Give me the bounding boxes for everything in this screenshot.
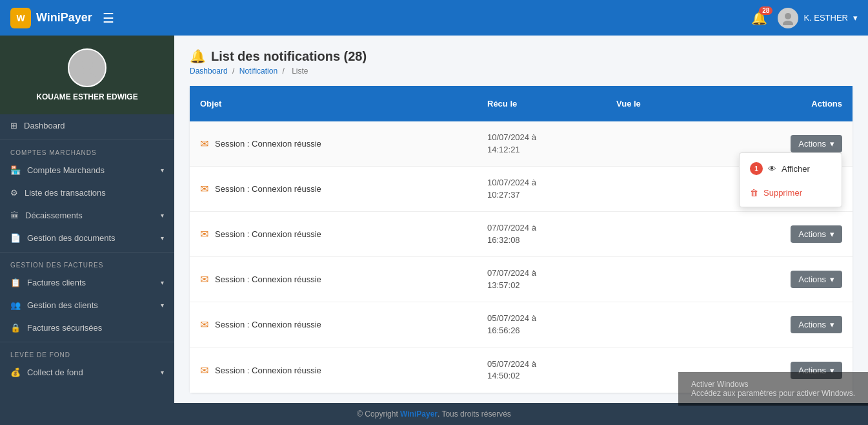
row5-date: 05/07/2024 à16:56:26 — [487, 307, 616, 341]
clients-label: Gestion des clients — [27, 300, 98, 310]
sidebar-item-factures-securisees[interactable]: 🔒 Factures sécurisées — [0, 316, 174, 339]
row3-subject-text: Session : Connexion réussie — [215, 229, 321, 239]
table-row: ✉ Session : Connexion réussie 07/07/2024… — [190, 212, 853, 257]
row5-actions-caret: ▾ — [830, 320, 834, 329]
collect-icon: 💰 — [10, 368, 21, 377]
svg-point-3 — [78, 73, 96, 81]
breadcrumb-sep-1: / — [232, 67, 234, 76]
row4-vue — [616, 275, 745, 285]
sidebar-item-liste-transactions[interactable]: ⚙ Liste des transactions — [0, 181, 174, 204]
table-header: Objet Récu le Vue le Actions — [190, 86, 853, 121]
clients-chevron: ▾ — [161, 302, 164, 309]
row2-subject: ✉ Session : Connexion réussie — [200, 178, 487, 200]
row6-actions-caret: ▾ — [830, 366, 834, 375]
row1-actions: Actions ▾ 1 👁 Afficher 🗑 Supprime — [745, 130, 842, 158]
row3-actions-button[interactable]: Actions ▾ — [791, 225, 842, 243]
mail-icon-3: ✉ — [200, 228, 208, 240]
sidebar-item-factures-clients[interactable]: 📋 Factures clients ▾ — [0, 271, 174, 294]
row4-actions-caret: ▾ — [830, 275, 834, 284]
row1-actions-button[interactable]: Actions ▾ — [791, 135, 842, 152]
row1-subject-text: Session : Connexion réussie — [215, 139, 321, 149]
row1-actions-label: Actions — [798, 139, 826, 149]
page-title-text: List des notifications (28) — [211, 49, 367, 64]
row4-actions: Actions ▾ — [745, 265, 842, 293]
profile-name: KOUAME ESTHER EDWIGE — [36, 92, 137, 101]
documents-label: Gestion des documents — [27, 233, 116, 243]
profile-avatar — [68, 48, 106, 87]
sidebar-item-decaissements[interactable]: 🏛 Décaissements ▾ — [0, 204, 174, 227]
sidebar-item-comptes-marchands[interactable]: 🏪 Comptes Marchands ▾ — [0, 159, 174, 181]
sidebar-item-dashboard-left: ⊞ Dashboard — [10, 121, 65, 130]
col-actions: Actions — [745, 94, 842, 114]
row2-subject-text: Session : Connexion réussie — [215, 184, 321, 194]
row4-actions-button[interactable]: Actions ▾ — [791, 271, 842, 288]
svg-point-2 — [81, 59, 93, 70]
collect-label: Collect de fond — [27, 368, 83, 377]
row2-vue — [616, 184, 745, 194]
table-row: ✉ Session : Connexion réussie 07/07/2024… — [190, 257, 853, 302]
sidebar-divider-2 — [0, 252, 174, 253]
row6-actions-label: Actions — [798, 366, 826, 375]
row1-actions-wrapper: Actions ▾ 1 👁 Afficher 🗑 Supprime — [791, 135, 842, 152]
dropdown-supprimer[interactable]: 🗑 Supprimer — [740, 181, 842, 204]
user-menu[interactable]: K. ESTHER ▾ — [778, 8, 858, 28]
row3-actions-label: Actions — [798, 229, 826, 239]
sidebar-divider-1 — [0, 140, 174, 140]
clients-icon: 👥 — [10, 300, 21, 310]
comptes-marchands-label: Comptes Marchands — [27, 165, 105, 175]
row6-actions: Actions ▾ — [745, 357, 842, 384]
row6-subject: ✉ Session : Connexion réussie — [200, 359, 487, 382]
row3-date: 07/07/2024 à16:32:08 — [487, 217, 616, 251]
breadcrumb-notification[interactable]: Notification — [239, 67, 278, 76]
svg-point-0 — [785, 13, 791, 19]
row4-subject-text: Session : Connexion réussie — [215, 275, 321, 284]
logo-icon: W — [10, 8, 31, 28]
sidebar-item-dashboard-label: Dashboard — [24, 121, 65, 130]
page-header: 🔔 List des notifications (28) Dashboard … — [190, 48, 853, 76]
content-area: 🔔 List des notifications (28) Dashboard … — [174, 36, 868, 403]
transactions-icon: ⚙ — [10, 188, 18, 198]
hamburger-menu[interactable]: ☰ — [103, 10, 114, 26]
notification-badge: 28 — [759, 6, 772, 15]
sidebar-divider-3 — [0, 342, 174, 342]
transactions-label: Liste des transactions — [25, 188, 106, 198]
row3-actions-caret: ▾ — [830, 229, 834, 239]
notifications-table: Objet Récu le Vue le Actions ✉ Session :… — [190, 86, 853, 393]
supprimer-label: Supprimer — [763, 188, 802, 198]
afficher-eye-icon: 👁 — [768, 164, 776, 174]
sidebar-item-gestion-clients[interactable]: 👥 Gestion des clients ▾ — [0, 294, 174, 316]
row3-vue — [616, 229, 745, 240]
actions-dropdown: 1 👁 Afficher 🗑 Supprimer — [739, 152, 842, 207]
row4-date: 07/07/2024 à13:57:02 — [487, 262, 616, 296]
sidebar-item-gestion-documents[interactable]: 📄 Gestion des documents ▾ — [0, 227, 174, 249]
mail-icon-2: ✉ — [200, 183, 208, 195]
breadcrumb: Dashboard / Notification / Liste — [190, 67, 853, 76]
row5-vue — [616, 320, 745, 330]
notification-bell[interactable]: 🔔 28 — [751, 10, 767, 26]
securisees-icon: 🔒 — [10, 323, 21, 333]
page-title: 🔔 List des notifications (28) — [190, 48, 853, 64]
dropdown-afficher[interactable]: 1 👁 Afficher — [740, 156, 842, 181]
securisees-label: Factures sécurisées — [27, 323, 102, 333]
user-avatar — [778, 8, 798, 28]
row1-date: 10/07/2024 à14:12:21 — [487, 127, 616, 160]
sidebar-item-collect[interactable]: 💰 Collect de fond ▾ — [0, 361, 174, 384]
dropdown-badge: 1 — [750, 162, 763, 175]
col-recu: Récu le — [487, 94, 616, 114]
table-row: ✉ Session : Connexion réussie 10/07/2024… — [190, 121, 853, 167]
bell-icon: 🔔 — [190, 48, 206, 64]
breadcrumb-sep-2: / — [282, 67, 284, 76]
documents-icon: 📄 — [10, 233, 21, 243]
footer-suffix: . Tous droits réservés — [438, 409, 511, 419]
main-layout: KOUAME ESTHER EDWIGE ⊞ Dashboard COMPTES… — [0, 36, 868, 403]
row6-actions-button[interactable]: Actions ▾ — [791, 362, 842, 379]
row5-actions-button[interactable]: Actions ▾ — [791, 316, 842, 333]
sidebar: KOUAME ESTHER EDWIGE ⊞ Dashboard COMPTES… — [0, 36, 174, 403]
sidebar-item-dashboard[interactable]: ⊞ Dashboard — [0, 114, 174, 137]
breadcrumb-dashboard[interactable]: Dashboard — [190, 67, 228, 76]
dashboard-icon: ⊞ — [10, 121, 17, 130]
col-objet: Objet — [200, 94, 487, 114]
row5-actions-label: Actions — [798, 320, 826, 329]
navbar-right: 🔔 28 K. ESTHER ▾ — [751, 8, 858, 28]
comptes-marchands-chevron: ▾ — [161, 167, 164, 174]
